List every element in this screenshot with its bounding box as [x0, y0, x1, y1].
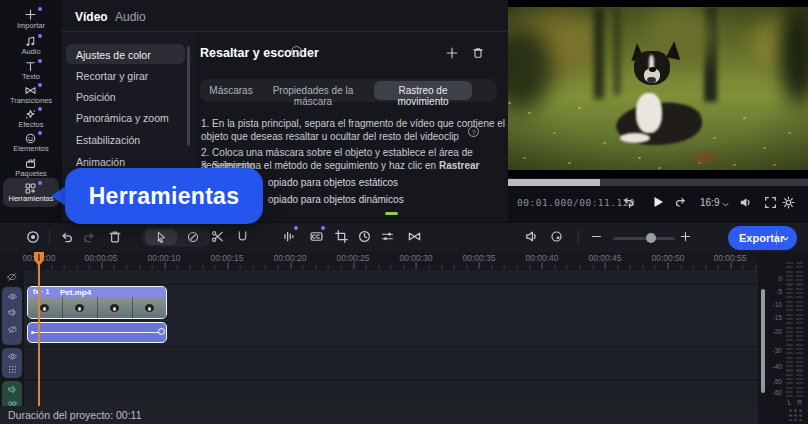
- clip-line-left-dot[interactable]: [31, 331, 34, 334]
- next-frame-icon[interactable]: [673, 195, 688, 210]
- tracking-option-fragment-1: opiado para objetos estáticos: [268, 177, 398, 188]
- sidebar-item-label: Paquetes: [0, 169, 62, 178]
- crop-icon[interactable]: [334, 229, 349, 244]
- trash-icon[interactable]: [107, 229, 123, 245]
- meter-channel-right: R: [796, 399, 803, 406]
- clip-thumbnail: [98, 297, 133, 318]
- timeline-scrollbar[interactable]: [761, 289, 765, 393]
- resize-grip[interactable]: [788, 408, 804, 421]
- lane-overlay-track[interactable]: [24, 347, 758, 379]
- preview-timecode: 00:01.000/00:11.120: [517, 197, 635, 208]
- clip-thumbnail: [28, 297, 63, 318]
- clip-volume-line[interactable]: [34, 332, 160, 334]
- tab-rastreo-de-movimiento[interactable]: Rastreo de movimiento: [374, 85, 472, 107]
- sidebar-item-label: Elementos: [0, 144, 62, 153]
- sidebar: Importar Audio Texto Transiciones Efecto…: [0, 0, 62, 222]
- audio-speaker-icon[interactable]: [7, 384, 18, 395]
- export-button-label: Exportar: [739, 232, 784, 244]
- help-icon-2[interactable]: ?: [468, 126, 479, 137]
- notification-dot: [38, 107, 42, 111]
- lane-audio-track[interactable]: [24, 381, 758, 406]
- clip-thumbnail: [133, 297, 167, 318]
- sidebar-item-label: Efectos: [0, 120, 62, 129]
- panel-tabstrip: Vídeo Audio: [62, 0, 508, 32]
- clip-fx-badge: fx · 1: [33, 288, 49, 295]
- option-panoramica-y-zoom[interactable]: Panorámica y zoom: [76, 112, 169, 124]
- sidebar-item-label: Texto: [0, 72, 62, 81]
- export-button[interactable]: Exportar: [728, 226, 797, 250]
- notification-dot: [38, 181, 42, 185]
- motion-tracking-icon[interactable]: [549, 229, 564, 244]
- clip-line-right-handle[interactable]: [158, 328, 165, 335]
- meter-label: 0: [764, 275, 782, 282]
- zoom-in-icon[interactable]: [679, 230, 692, 243]
- redo-icon[interactable]: [81, 229, 97, 245]
- notification-dot: [38, 7, 42, 11]
- overlay-visibility-eye-icon[interactable]: [7, 351, 18, 362]
- help-icon[interactable]: ?: [291, 46, 302, 57]
- fullscreen-icon[interactable]: [763, 195, 778, 210]
- track-visibility-eye-icon[interactable]: [7, 291, 18, 302]
- playhead-line[interactable]: [38, 265, 40, 406]
- transition-tool-icon[interactable]: [407, 229, 422, 244]
- notification-dot: [38, 59, 42, 63]
- plus-icon: [24, 8, 37, 21]
- preview-seekbar[interactable]: [508, 179, 808, 186]
- clip-filename: Pet.mp4: [60, 288, 91, 297]
- meter-label: -60: [764, 389, 782, 396]
- play-button-icon[interactable]: [650, 194, 666, 210]
- option-estabilizacion[interactable]: Estabilización: [76, 134, 140, 146]
- meter-led-right: [796, 262, 803, 397]
- undo-icon[interactable]: [59, 229, 75, 245]
- tracking-option-fragment-2: opiado para objetos dinámicos: [268, 194, 404, 205]
- zoom-out-icon[interactable]: [590, 230, 603, 243]
- tab-mascaras[interactable]: Máscaras: [203, 85, 259, 96]
- meter-channel-left: L: [786, 399, 793, 406]
- rastrear-keyword: Rastrear: [439, 160, 480, 171]
- add-mask-icon[interactable]: [445, 46, 459, 60]
- speed-clock-icon[interactable]: [357, 229, 372, 244]
- cursor-tool-icon[interactable]: [154, 230, 168, 244]
- settings-gear-icon[interactable]: [781, 195, 796, 210]
- scissors-tool-icon[interactable]: [210, 229, 225, 244]
- tab-propiedades[interactable]: Propiedades de la máscara: [258, 85, 368, 107]
- chevron-down-icon[interactable]: [720, 199, 731, 210]
- subtitles-icon[interactable]: [309, 229, 324, 244]
- magnet-tool-icon[interactable]: [235, 229, 250, 244]
- tab-audio[interactable]: Audio: [115, 10, 146, 24]
- linked-clip-bar[interactable]: [27, 322, 167, 343]
- previous-frame-icon[interactable]: [621, 195, 636, 210]
- delete-mask-icon[interactable]: [471, 46, 485, 60]
- audio-edit-icon[interactable]: [282, 229, 297, 244]
- option-ajustes-de-color[interactable]: Ajustes de color: [76, 49, 151, 61]
- filters-sliders-icon[interactable]: [380, 229, 395, 244]
- option-recortar-y-girar[interactable]: Recortar y girar: [76, 70, 148, 82]
- track-audio-speaker-icon[interactable]: [7, 307, 18, 318]
- export-divider: [776, 231, 777, 245]
- video-clip[interactable]: fx · 1 Pet.mp4: [27, 286, 167, 319]
- overlay-dots-icon[interactable]: [7, 364, 18, 375]
- tab-video[interactable]: Vídeo: [75, 10, 108, 24]
- project-duration: Duración del proyecto: 00:11: [8, 409, 141, 421]
- option-animacion[interactable]: Animación: [76, 156, 125, 168]
- meter-label: -5: [764, 288, 782, 295]
- meter-label: -30: [764, 347, 782, 354]
- linked-track-eye-off-icon[interactable]: [7, 324, 18, 335]
- lane-collapsed-track[interactable]: [24, 270, 758, 284]
- record-icon[interactable]: [25, 229, 41, 245]
- track-hidden-eye-off-icon[interactable]: [6, 271, 18, 283]
- options-scrollbar[interactable]: [187, 46, 190, 146]
- volume-icon[interactable]: [738, 195, 753, 210]
- mute-track-icon[interactable]: [524, 229, 539, 244]
- timeline-zoom-slider[interactable]: [613, 237, 675, 240]
- status-bar: Duración del proyecto: 00:11: [0, 406, 758, 424]
- ruler-minor-ticks: [26, 265, 758, 269]
- pen-tool-icon[interactable]: [186, 230, 200, 244]
- option-posicion[interactable]: Posición: [76, 91, 116, 103]
- notification-dot: [38, 131, 42, 135]
- meter-label: -50: [764, 378, 782, 385]
- zoom-slider-knob[interactable]: [646, 233, 656, 243]
- green-indicator: [385, 212, 398, 215]
- export-chevron-icon[interactable]: [780, 233, 791, 244]
- aspect-ratio-select[interactable]: 16:9: [700, 197, 719, 208]
